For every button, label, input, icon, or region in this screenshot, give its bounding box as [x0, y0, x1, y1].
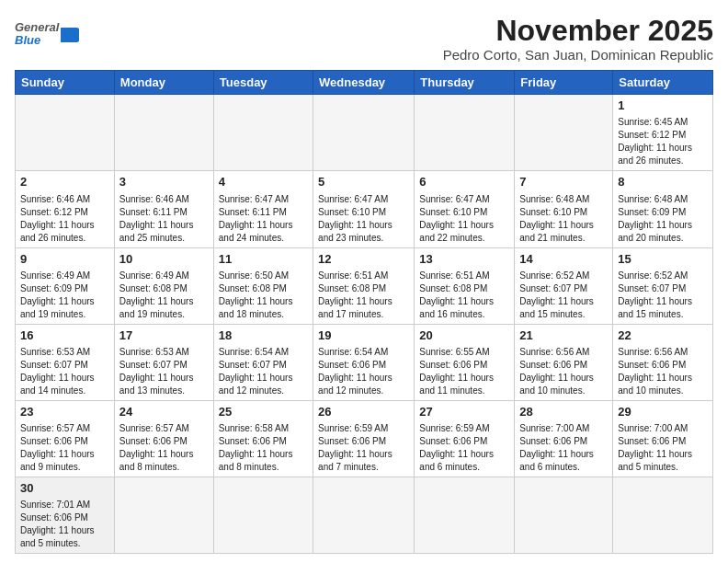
- day-info: Sunrise: 6:49 AM Sunset: 6:09 PM Dayligh…: [20, 270, 109, 321]
- calendar-cell: 22Sunrise: 6:56 AM Sunset: 6:06 PM Dayli…: [613, 324, 713, 400]
- day-info: Sunrise: 6:54 AM Sunset: 6:06 PM Dayligh…: [318, 346, 409, 397]
- day-info: Sunrise: 6:47 AM Sunset: 6:11 PM Dayligh…: [219, 193, 308, 245]
- calendar-cell: 20Sunrise: 6:55 AM Sunset: 6:06 PM Dayli…: [415, 324, 515, 400]
- calendar-cell: 9Sunrise: 6:49 AM Sunset: 6:09 PM Daylig…: [16, 247, 115, 324]
- day-info: Sunrise: 6:47 AM Sunset: 6:10 PM Dayligh…: [419, 193, 509, 245]
- weekday-header-wednesday: Wednesday: [313, 71, 415, 95]
- page-header: General Blue November 2025 Pedro Corto, …: [15, 15, 713, 63]
- calendar-cell: [415, 95, 515, 171]
- day-info: Sunrise: 6:47 AM Sunset: 6:10 PM Dayligh…: [318, 193, 409, 245]
- calendar-cell: 26Sunrise: 6:59 AM Sunset: 6:06 PM Dayli…: [313, 400, 415, 477]
- week-row-1: 1Sunrise: 6:45 AM Sunset: 6:12 PM Daylig…: [16, 95, 713, 171]
- calendar-cell: [114, 477, 213, 554]
- svg-text:Blue: Blue: [15, 33, 40, 47]
- day-info: Sunrise: 6:55 AM Sunset: 6:06 PM Dayligh…: [419, 346, 509, 397]
- day-info: Sunrise: 6:52 AM Sunset: 6:07 PM Dayligh…: [519, 270, 608, 321]
- week-row-2: 2Sunrise: 6:46 AM Sunset: 6:12 PM Daylig…: [16, 171, 713, 247]
- day-info: Sunrise: 6:56 AM Sunset: 6:06 PM Dayligh…: [519, 346, 608, 397]
- day-info: Sunrise: 7:01 AM Sunset: 6:06 PM Dayligh…: [20, 499, 109, 550]
- week-row-3: 9Sunrise: 6:49 AM Sunset: 6:09 PM Daylig…: [16, 247, 713, 324]
- calendar-cell: 8Sunrise: 6:48 AM Sunset: 6:09 PM Daylig…: [613, 171, 713, 247]
- weekday-header-row: SundayMondayTuesdayWednesdayThursdayFrid…: [16, 71, 713, 95]
- day-number: 20: [419, 327, 509, 344]
- day-number: 23: [20, 404, 109, 420]
- calendar-cell: [613, 477, 713, 554]
- day-info: Sunrise: 6:45 AM Sunset: 6:12 PM Dayligh…: [618, 116, 708, 167]
- day-number: 8: [618, 174, 708, 190]
- day-number: 30: [20, 480, 109, 497]
- calendar-cell: 12Sunrise: 6:51 AM Sunset: 6:08 PM Dayli…: [313, 247, 415, 324]
- calendar-cell: [515, 95, 613, 171]
- calendar-table: SundayMondayTuesdayWednesdayThursdayFrid…: [15, 70, 713, 554]
- calendar-subtitle: Pedro Corto, San Juan, Dominican Republi…: [443, 47, 713, 63]
- day-number: 1: [618, 98, 708, 114]
- weekday-header-tuesday: Tuesday: [213, 71, 313, 95]
- day-info: Sunrise: 6:56 AM Sunset: 6:06 PM Dayligh…: [618, 346, 708, 397]
- day-number: 2: [20, 174, 109, 190]
- calendar-cell: [114, 95, 213, 171]
- calendar-cell: 6Sunrise: 6:47 AM Sunset: 6:10 PM Daylig…: [415, 171, 515, 247]
- day-info: Sunrise: 6:52 AM Sunset: 6:07 PM Dayligh…: [618, 270, 708, 321]
- day-number: 10: [119, 251, 209, 268]
- calendar-cell: [415, 477, 515, 554]
- day-info: Sunrise: 6:46 AM Sunset: 6:11 PM Dayligh…: [119, 193, 209, 245]
- calendar-cell: 16Sunrise: 6:53 AM Sunset: 6:07 PM Dayli…: [16, 324, 115, 400]
- svg-marker-3: [77, 28, 79, 42]
- calendar-cell: [213, 95, 313, 171]
- day-info: Sunrise: 6:57 AM Sunset: 6:06 PM Dayligh…: [20, 422, 109, 474]
- day-info: Sunrise: 6:59 AM Sunset: 6:06 PM Dayligh…: [318, 422, 409, 474]
- week-row-4: 16Sunrise: 6:53 AM Sunset: 6:07 PM Dayli…: [16, 324, 713, 400]
- calendar-cell: 7Sunrise: 6:48 AM Sunset: 6:10 PM Daylig…: [515, 171, 613, 247]
- day-number: 7: [519, 174, 608, 190]
- day-number: 15: [618, 251, 708, 268]
- day-number: 6: [419, 174, 509, 190]
- day-number: 16: [20, 327, 109, 344]
- calendar-cell: 30Sunrise: 7:01 AM Sunset: 6:06 PM Dayli…: [16, 477, 115, 554]
- day-info: Sunrise: 6:51 AM Sunset: 6:08 PM Dayligh…: [419, 270, 509, 321]
- calendar-cell: 15Sunrise: 6:52 AM Sunset: 6:07 PM Dayli…: [613, 247, 713, 324]
- day-info: Sunrise: 7:00 AM Sunset: 6:06 PM Dayligh…: [519, 422, 608, 474]
- calendar-cell: 10Sunrise: 6:49 AM Sunset: 6:08 PM Dayli…: [114, 247, 213, 324]
- svg-text:General: General: [15, 20, 60, 34]
- week-row-5: 23Sunrise: 6:57 AM Sunset: 6:06 PM Dayli…: [16, 400, 713, 477]
- calendar-cell: 28Sunrise: 7:00 AM Sunset: 6:06 PM Dayli…: [515, 400, 613, 477]
- day-info: Sunrise: 6:57 AM Sunset: 6:06 PM Dayligh…: [119, 422, 209, 474]
- calendar-cell: 23Sunrise: 6:57 AM Sunset: 6:06 PM Dayli…: [16, 400, 115, 477]
- day-number: 3: [119, 174, 209, 190]
- day-number: 13: [419, 251, 509, 268]
- calendar-cell: 21Sunrise: 6:56 AM Sunset: 6:06 PM Dayli…: [515, 324, 613, 400]
- calendar-cell: 17Sunrise: 6:53 AM Sunset: 6:07 PM Dayli…: [114, 324, 213, 400]
- day-info: Sunrise: 6:59 AM Sunset: 6:06 PM Dayligh…: [419, 422, 509, 474]
- day-info: Sunrise: 6:49 AM Sunset: 6:08 PM Dayligh…: [119, 270, 209, 321]
- day-info: Sunrise: 6:58 AM Sunset: 6:06 PM Dayligh…: [219, 422, 308, 474]
- calendar-title: November 2025: [443, 15, 713, 47]
- logo-svg: General Blue: [15, 15, 79, 55]
- day-number: 22: [618, 327, 708, 344]
- day-number: 11: [219, 251, 308, 268]
- day-number: 19: [318, 327, 409, 344]
- weekday-header-friday: Friday: [515, 71, 613, 95]
- day-number: 14: [519, 251, 608, 268]
- calendar-cell: 19Sunrise: 6:54 AM Sunset: 6:06 PM Dayli…: [313, 324, 415, 400]
- day-number: 4: [219, 174, 308, 190]
- weekday-header-thursday: Thursday: [415, 71, 515, 95]
- day-info: Sunrise: 6:53 AM Sunset: 6:07 PM Dayligh…: [20, 346, 109, 397]
- day-number: 28: [519, 404, 608, 420]
- weekday-header-sunday: Sunday: [16, 71, 115, 95]
- day-number: 18: [219, 327, 308, 344]
- title-block: November 2025 Pedro Corto, San Juan, Dom…: [443, 15, 713, 63]
- calendar-cell: 25Sunrise: 6:58 AM Sunset: 6:06 PM Dayli…: [213, 400, 313, 477]
- calendar-cell: 3Sunrise: 6:46 AM Sunset: 6:11 PM Daylig…: [114, 171, 213, 247]
- day-number: 25: [219, 404, 308, 420]
- week-row-6: 30Sunrise: 7:01 AM Sunset: 6:06 PM Dayli…: [16, 477, 713, 554]
- day-number: 29: [618, 404, 708, 420]
- svg-marker-2: [61, 28, 77, 42]
- calendar-cell: 11Sunrise: 6:50 AM Sunset: 6:08 PM Dayli…: [213, 247, 313, 324]
- calendar-cell: 1Sunrise: 6:45 AM Sunset: 6:12 PM Daylig…: [613, 95, 713, 171]
- day-info: Sunrise: 6:54 AM Sunset: 6:07 PM Dayligh…: [219, 346, 308, 397]
- calendar-cell: 29Sunrise: 7:00 AM Sunset: 6:06 PM Dayli…: [613, 400, 713, 477]
- day-number: 26: [318, 404, 409, 420]
- day-number: 5: [318, 174, 409, 190]
- day-number: 27: [419, 404, 509, 420]
- logo: General Blue: [15, 15, 79, 55]
